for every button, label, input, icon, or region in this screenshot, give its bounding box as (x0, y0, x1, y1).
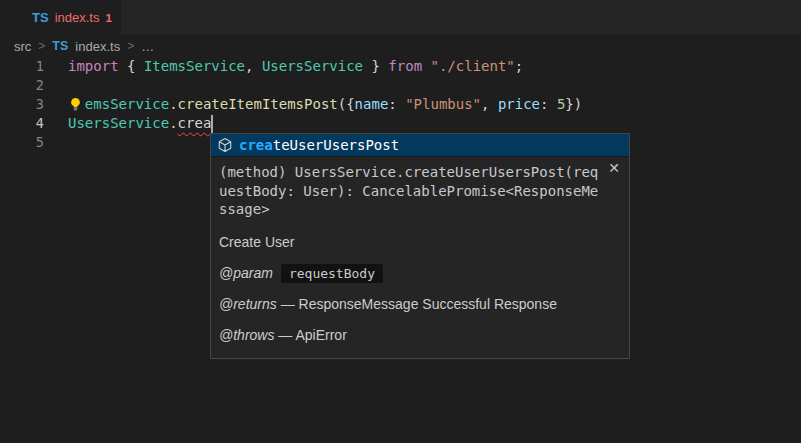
close-icon[interactable]: ✕ (608, 161, 620, 175)
jsdoc-param-tag: @param (219, 265, 273, 281)
code-action-lightbulb-icon[interactable] (66, 95, 84, 114)
signature-line: ssage> (219, 200, 619, 219)
code-line[interactable]: 1import { ItemsService, UsersService } f… (0, 57, 801, 76)
breadcrumb-symbol-ellipsis[interactable]: … (141, 39, 154, 54)
breadcrumb-file[interactable]: index.ts (75, 39, 120, 54)
suggestion-docs-panel: ✕ (method) UsersService.createUserUsersP… (211, 156, 629, 358)
chevron-right-icon: > (38, 39, 45, 53)
code-token: ItemsService (144, 58, 245, 74)
breadcrumb-folder[interactable]: src (14, 39, 31, 54)
suggestion-label: createUserUsersPost (239, 137, 399, 153)
line-number: 2 (0, 76, 44, 95)
code-token: import (68, 58, 119, 74)
vscode-window: TS index.ts 1 src > TS index.ts > … 1imp… (0, 0, 801, 443)
code-token: . (169, 115, 177, 131)
code-token: UsersService (262, 58, 363, 74)
suggestion-match-text: crea (239, 137, 273, 153)
code-token (422, 58, 430, 74)
jsdoc-throws-tag: @throws (219, 327, 274, 343)
code-line[interactable]: 3ItemsService.createItemItemsPost({name:… (0, 95, 801, 114)
code-token: "./client" (431, 58, 515, 74)
tab-bar: TS index.ts 1 (0, 0, 801, 35)
line-number: 4 (0, 114, 44, 133)
code-line[interactable]: 2 (0, 76, 801, 95)
throws-text: — ApiError (274, 327, 346, 343)
tab-error-count-badge: 1 (105, 12, 111, 24)
code-token: . (169, 96, 177, 112)
tab-index-ts[interactable]: TS index.ts 1 (0, 0, 121, 35)
doc-param-row: @paramrequestBody (219, 265, 619, 281)
line-number: 3 (0, 95, 44, 114)
code-token: crea (178, 115, 212, 131)
signature-line: uestBody: User): CancelablePromise<Respo… (219, 182, 619, 201)
suggestion-rest-text: teUserUsersPost (273, 137, 399, 153)
method-signature: (method) UsersService.createUserUsersPos… (219, 163, 619, 219)
code-text: import { ItemsService, UsersService } fr… (68, 57, 523, 76)
code-token: ({ (338, 96, 355, 112)
chevron-right-icon: > (127, 39, 134, 53)
signature-line: (method) UsersService.createUserUsersPos… (219, 163, 619, 182)
code-token: UsersService (68, 115, 169, 131)
breadcrumb: src > TS index.ts > … (0, 35, 801, 57)
text-cursor (211, 115, 213, 133)
code-token: createItemItemsPost (178, 96, 338, 112)
doc-throws-row: @throws — ApiError (219, 327, 619, 343)
code-token: { (119, 58, 144, 74)
returns-text: — ResponseMessage Successful Response (277, 296, 557, 312)
tab-file-name: index.ts (55, 10, 100, 25)
param-name-chip: requestBody (281, 264, 383, 283)
code-token: , (481, 96, 498, 112)
code-token: : (388, 96, 405, 112)
suggestion-item-selected[interactable]: createUserUsersPost (211, 134, 629, 156)
code-token: } (363, 58, 388, 74)
line-number: 5 (0, 133, 44, 152)
code-token: from (388, 58, 422, 74)
code-token: }) (565, 96, 582, 112)
code-token: , (245, 58, 262, 74)
line-number: 1 (0, 57, 44, 76)
doc-returns-row: @returns — ResponseMessage Successful Re… (219, 296, 619, 312)
code-token: price (498, 96, 540, 112)
code-token: : (540, 96, 557, 112)
code-line[interactable]: 4UsersService.crea (0, 114, 801, 133)
code-text: UsersService.crea (68, 114, 211, 133)
code-token: ; (515, 58, 523, 74)
symbol-method-cube-icon (217, 137, 233, 153)
intellisense-suggest-widget: createUserUsersPost ✕ (method) UsersServ… (210, 133, 630, 359)
typescript-file-icon: TS (52, 39, 68, 53)
code-text: ItemsService.createItemItemsPost({name: … (68, 95, 582, 114)
typescript-file-icon: TS (32, 10, 49, 25)
code-token: name (355, 96, 389, 112)
jsdoc-returns-tag: @returns (219, 296, 277, 312)
code-token: "Plumbus" (405, 96, 481, 112)
doc-summary: Create User (219, 234, 619, 250)
